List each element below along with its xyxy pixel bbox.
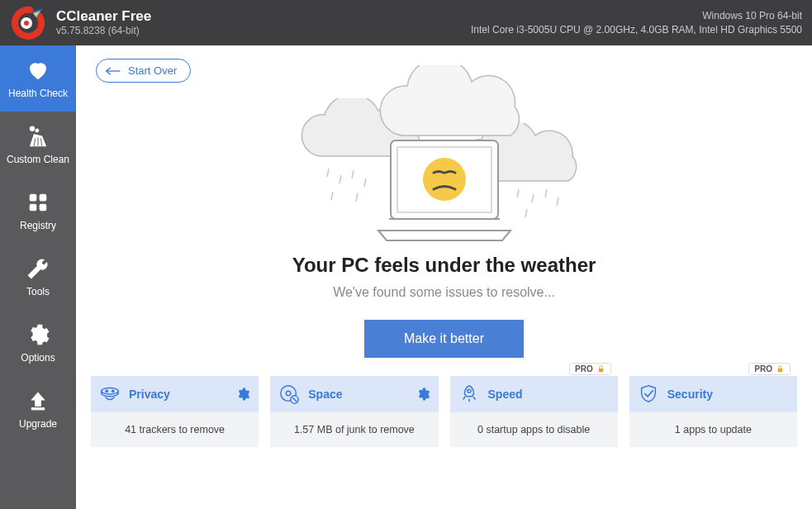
- broom-icon: [26, 124, 50, 149]
- svg-point-30: [112, 389, 115, 392]
- app-logo: [10, 5, 46, 41]
- card-speed[interactable]: PRO Speed 0 startup apps to disable: [450, 376, 618, 447]
- weather-illustration: [296, 65, 593, 247]
- sidebar: Health Check Custom Clean Registry Tools…: [0, 45, 76, 509]
- pro-badge: PRO: [569, 363, 611, 375]
- rocket-icon: [458, 383, 480, 405]
- sidebar-item-options[interactable]: Options: [0, 310, 76, 376]
- card-title: Speed: [488, 388, 610, 401]
- card-detail: 0 startup apps to disable: [450, 412, 618, 447]
- sidebar-item-registry[interactable]: Registry: [0, 178, 76, 244]
- svg-point-32: [287, 391, 292, 396]
- cards-row: Privacy 41 trackers to remove Space: [76, 358, 812, 447]
- sidebar-item-label: Custom Clean: [7, 154, 69, 165]
- svg-point-1: [24, 21, 29, 26]
- pro-badge: PRO: [748, 363, 791, 375]
- card-space[interactable]: Space 1.57 MB of junk to remove: [270, 376, 438, 447]
- sidebar-item-label: Tools: [26, 286, 50, 297]
- sidebar-item-health-check[interactable]: Health Check: [0, 45, 76, 112]
- card-detail: 1.57 MB of junk to remove: [270, 412, 438, 447]
- card-privacy[interactable]: Privacy 41 trackers to remove: [91, 376, 259, 447]
- app-header: CCleaner Free v5.75.8238 (64-bit) Window…: [0, 0, 812, 45]
- grid-icon: [26, 190, 50, 215]
- start-over-button[interactable]: Start Over: [96, 59, 191, 83]
- sidebar-item-label: Registry: [20, 220, 56, 231]
- hw-line: Intel Core i3-5005U CPU @ 2.00GHz, 4.0GB…: [471, 23, 802, 36]
- svg-line-14: [340, 175, 341, 183]
- sidebar-item-label: Upgrade: [19, 418, 57, 430]
- lock-icon: [776, 364, 785, 373]
- svg-line-23: [525, 209, 527, 217]
- subline: We've found some issues to resolve...: [76, 285, 812, 300]
- sidebar-item-tools[interactable]: Tools: [0, 244, 76, 310]
- upload-arrow-icon: [26, 388, 50, 413]
- gear-icon[interactable]: [235, 387, 250, 402]
- make-it-better-button[interactable]: Make it better: [364, 320, 524, 358]
- svg-line-22: [557, 197, 558, 206]
- privacy-icon: [99, 383, 121, 405]
- heart-icon: [26, 58, 50, 83]
- card-security[interactable]: PRO Security 1 apps to update: [629, 376, 797, 447]
- app-version: v5.75.8238 (64-bit): [56, 25, 151, 36]
- svg-rect-7: [30, 194, 36, 201]
- arrow-left-icon: [105, 66, 121, 76]
- sidebar-item-label: Options: [21, 352, 55, 364]
- headline: Your PC feels under the weather: [76, 254, 812, 277]
- svg-rect-9: [30, 204, 36, 211]
- svg-line-15: [352, 170, 354, 178]
- os-line: Windows 10 Pro 64-bit: [471, 9, 802, 22]
- wrench-icon: [26, 256, 50, 281]
- card-detail: 1 apps to update: [629, 412, 797, 447]
- svg-line-17: [331, 192, 333, 200]
- svg-point-3: [36, 129, 39, 132]
- sidebar-item-custom-clean[interactable]: Custom Clean: [0, 112, 76, 178]
- svg-rect-8: [40, 194, 46, 201]
- svg-rect-35: [599, 369, 604, 372]
- svg-line-21: [545, 189, 547, 197]
- card-detail: 41 trackers to remove: [91, 412, 259, 447]
- svg-line-13: [327, 169, 329, 177]
- svg-line-20: [532, 194, 534, 202]
- sidebar-item-label: Health Check: [8, 88, 68, 99]
- sad-laptop-icon: [374, 136, 515, 244]
- gear-icon: [26, 322, 50, 347]
- card-title: Security: [667, 388, 789, 401]
- sidebar-item-upgrade[interactable]: Upgrade: [0, 376, 76, 442]
- card-title: Space: [308, 388, 406, 401]
- card-title: Privacy: [129, 388, 227, 401]
- svg-rect-37: [778, 369, 783, 372]
- svg-point-27: [423, 158, 466, 201]
- svg-point-36: [467, 389, 470, 392]
- shield-icon: [638, 383, 659, 405]
- svg-line-18: [356, 193, 358, 202]
- svg-rect-10: [40, 204, 46, 211]
- lock-icon: [596, 364, 605, 373]
- svg-point-28: [102, 388, 118, 394]
- svg-point-29: [105, 389, 108, 392]
- start-over-label: Start Over: [128, 64, 177, 77]
- svg-point-2: [30, 126, 34, 131]
- gear-icon[interactable]: [415, 387, 430, 402]
- app-title: CCleaner Free: [56, 9, 151, 25]
- svg-line-16: [364, 178, 366, 187]
- svg-rect-11: [31, 408, 44, 410]
- disk-icon: [278, 383, 300, 405]
- svg-line-19: [517, 189, 519, 197]
- system-info: Windows 10 Pro 64-bit Intel Core i3-5005…: [471, 9, 802, 36]
- main-panel: Start Over: [76, 45, 812, 509]
